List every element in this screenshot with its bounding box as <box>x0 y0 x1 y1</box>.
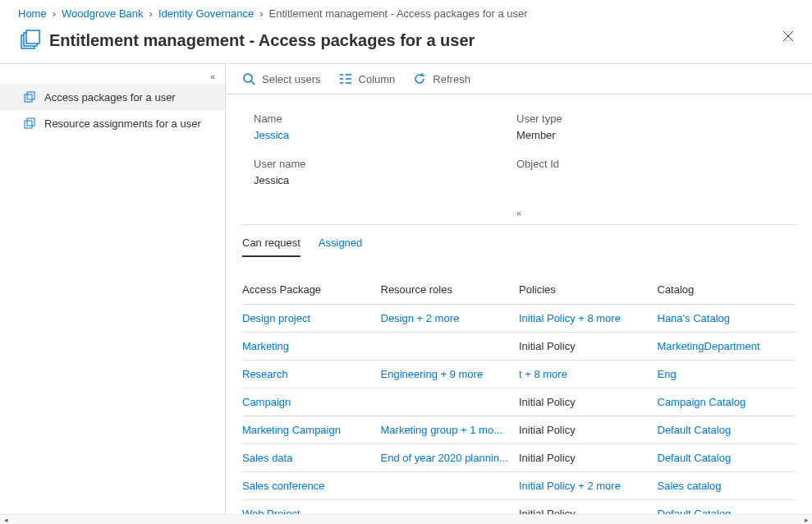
columns-icon <box>339 72 352 85</box>
usertype-value: Member <box>516 129 796 141</box>
svg-rect-6 <box>27 92 34 99</box>
sidebar-item-label: Resource assignments for a user <box>44 117 201 130</box>
policies-value[interactable]: Initial Policy + 2 more <box>519 480 621 492</box>
th-catalog[interactable]: Catalog <box>658 277 796 305</box>
select-users-button[interactable]: Select users <box>242 72 321 85</box>
svg-point-9 <box>244 74 252 82</box>
svg-rect-2 <box>26 30 39 44</box>
table-row[interactable]: MarketingInitial PolicyMarketingDepartme… <box>242 333 796 361</box>
catalog-link[interactable]: Eng <box>658 368 677 380</box>
column-button[interactable]: Column <box>339 72 396 85</box>
main-content: Select users Column <box>226 64 812 518</box>
policies-value[interactable]: t + 8 more <box>519 368 567 380</box>
crumb-current: Entitlement management - Access packages… <box>269 7 528 20</box>
toolbar: Select users Column <box>226 64 812 94</box>
access-package-link[interactable]: Marketing <box>242 340 289 352</box>
crumb-woodgrove[interactable]: Woodgrove Bank <box>62 7 144 20</box>
crumb-home[interactable]: Home <box>18 7 47 20</box>
close-button[interactable] <box>782 30 797 45</box>
tool-label: Select users <box>262 73 321 85</box>
th-access-package[interactable]: Access Package <box>242 277 381 305</box>
policies-value: Initial Policy <box>519 396 576 408</box>
search-icon <box>242 72 255 85</box>
scroll-right-arrow[interactable]: ▸ <box>801 516 812 524</box>
packages-icon <box>23 90 36 103</box>
resource-roles-value[interactable]: End of year 2020 plannin... <box>381 452 508 464</box>
access-package-link[interactable]: Design project <box>242 312 310 324</box>
tab-assigned[interactable]: Assigned <box>319 237 362 257</box>
name-label: Name <box>254 113 516 125</box>
table-row[interactable]: Sales conferenceInitial Policy + 2 moreS… <box>242 472 796 500</box>
sidebar-item-label: Access packages for a user <box>44 91 176 103</box>
policies-value: Initial Policy <box>519 424 576 436</box>
access-package-link[interactable]: Sales data <box>242 452 292 464</box>
refresh-icon <box>413 72 426 85</box>
sidebar-item-access-packages[interactable]: Access packages for a user <box>0 84 225 110</box>
svg-rect-5 <box>25 94 32 102</box>
table-row[interactable]: CampaignInitial PolicyCampaign Catalog <box>242 388 796 416</box>
svg-line-10 <box>251 81 255 85</box>
refresh-button[interactable]: Refresh <box>413 72 470 85</box>
resource-roles-value[interactable]: Design + 2 more <box>381 312 460 324</box>
sidebar-item-resource-assignments[interactable]: Resource assignments for a user <box>0 110 225 136</box>
usertype-label: User type <box>516 113 796 125</box>
packages-icon <box>23 117 36 130</box>
th-resource-roles[interactable]: Resource roles <box>381 277 520 305</box>
horizontal-scrollbar[interactable]: ◂ ▸ <box>0 514 812 524</box>
catalog-link[interactable]: Sales catalog <box>658 480 722 492</box>
titlebar: Entitlement management - Access packages… <box>0 27 812 64</box>
catalog-link[interactable]: Default Catalog <box>658 424 732 436</box>
tool-label: Refresh <box>433 73 470 85</box>
user-info-panel: Name Jessica User type Member User name … <box>226 94 812 205</box>
chevron-right-icon: › <box>259 7 263 20</box>
crumb-identity-governance[interactable]: Identity Governance <box>158 7 254 20</box>
catalog-link[interactable]: Hana's Catalog <box>658 312 730 324</box>
access-package-link[interactable]: Sales conference <box>242 480 324 492</box>
packages-icon <box>18 29 41 52</box>
username-label: User name <box>254 158 516 170</box>
resource-roles-value[interactable]: Marketing group + 1 mo... <box>381 424 503 436</box>
collapse-userinfo-button[interactable]: « <box>241 205 797 225</box>
policies-value: Initial Policy <box>519 340 576 352</box>
access-package-link[interactable]: Research <box>242 368 288 380</box>
tab-can-request[interactable]: Can request <box>242 237 300 257</box>
chevron-right-icon: › <box>53 7 56 20</box>
svg-rect-7 <box>25 121 32 128</box>
resource-roles-value[interactable]: Engineering + 9 more <box>381 368 484 380</box>
tabs: Can request Assigned <box>226 225 812 257</box>
policies-value[interactable]: Initial Policy + 8 more <box>519 312 621 324</box>
access-package-link[interactable]: Marketing Campaign <box>242 424 341 436</box>
table-row[interactable]: Sales dataEnd of year 2020 plannin...Ini… <box>242 444 796 472</box>
access-package-link[interactable]: Campaign <box>242 396 291 408</box>
chevron-right-icon: › <box>149 7 153 20</box>
name-value[interactable]: Jessica <box>254 129 516 141</box>
scroll-left-arrow[interactable]: ◂ <box>0 516 11 524</box>
catalog-link[interactable]: Default Catalog <box>658 452 732 464</box>
breadcrumb: Home › Woodgrove Bank › Identity Governa… <box>0 0 812 27</box>
catalog-link[interactable]: MarketingDepartment <box>658 340 760 352</box>
table-row[interactable]: ResearchEngineering + 9 moret + 8 moreEn… <box>242 361 796 388</box>
collapse-sidebar-button[interactable]: « <box>0 69 225 84</box>
svg-rect-8 <box>27 118 34 126</box>
page-title: Entitlement management - Access packages… <box>49 31 475 50</box>
table-row[interactable]: Design projectDesign + 2 moreInitial Pol… <box>242 305 796 333</box>
th-policies[interactable]: Policies <box>519 277 658 305</box>
username-value: Jessica <box>254 174 516 186</box>
tool-label: Column <box>359 73 396 85</box>
access-packages-table: Access Package Resource roles Policies C… <box>242 277 796 518</box>
catalog-link[interactable]: Campaign Catalog <box>658 396 746 408</box>
table-row[interactable]: Marketing CampaignMarketing group + 1 mo… <box>242 416 796 444</box>
objectid-label: Object Id <box>516 158 796 170</box>
policies-value: Initial Policy <box>519 452 576 464</box>
sidebar: « Access packages for a user Resource as… <box>0 64 226 518</box>
